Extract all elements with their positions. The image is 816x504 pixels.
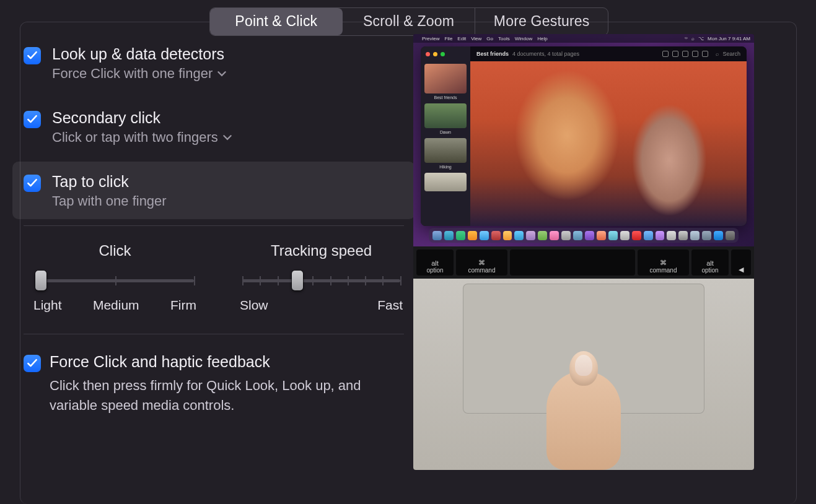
wifi-icon: ⌔	[685, 36, 688, 41]
force-click-title: Force Click and haptic feedback	[50, 353, 372, 371]
toolbar-icon	[702, 51, 708, 57]
secondary-subtitle: Click or tap with two fingers	[52, 129, 218, 146]
thumbnail	[424, 138, 467, 163]
preview-keyboard: altoption ⌘command ⌘command altoption ◀	[413, 246, 754, 279]
lookup-dropdown[interactable]: Force Click with one finger	[52, 66, 226, 82]
key-option: altoption	[691, 250, 729, 276]
secondary-text: Secondary click Click or tap with two fi…	[52, 109, 232, 146]
tab-more-gestures[interactable]: More Gestures	[475, 8, 608, 35]
toolbar-icon	[672, 51, 678, 57]
sliders-row: Click Light Medium Firm Tracking speed	[12, 226, 415, 318]
tap-text: Tap to click Tap with one finger	[52, 173, 167, 209]
tracking-slider[interactable]	[242, 271, 400, 290]
key-arrow-left: ◀	[731, 250, 751, 276]
tab-point-click[interactable]: Point & Click	[210, 8, 343, 35]
traffic-lights	[424, 50, 467, 60]
secondary-click-option-row[interactable]: Secondary click Click or tap with two fi…	[12, 98, 415, 155]
key-command: ⌘command	[638, 250, 689, 276]
secondary-title: Secondary click	[52, 109, 232, 127]
click-slider-col: Click Light Medium Firm	[33, 242, 196, 313]
preview-desktop: Preview File Edit View Go Tools Window H…	[413, 34, 754, 246]
checkmark-icon	[26, 113, 38, 126]
search-icon: ⌕	[691, 36, 695, 41]
tab-bar: Point & Click Scroll & Zoom More Gesture…	[209, 7, 608, 36]
tap-to-click-checkbox[interactable]	[24, 175, 41, 192]
tracking-slider-col: Tracking speed Slow Fast	[240, 242, 403, 313]
control-center-icon: ⌥	[698, 36, 704, 41]
preview-trackpad-area	[413, 279, 754, 470]
click-slider[interactable]	[36, 271, 194, 290]
click-slider-knob[interactable]	[35, 271, 46, 290]
lookup-subtitle: Force Click with one finger	[52, 66, 213, 82]
preview-dock	[429, 228, 739, 243]
tracking-slider-knob[interactable]	[292, 271, 303, 290]
preview-photo	[470, 61, 747, 226]
key-command: ⌘command	[456, 250, 507, 276]
search-icon: ⌕	[716, 51, 719, 57]
checkmark-icon	[26, 177, 38, 189]
key-space	[510, 250, 635, 276]
tap-subtitle: Tap with one finger	[52, 193, 167, 209]
preview-titlebar: Best friends 4 documents, 4 total pages …	[470, 46, 747, 61]
tab-scroll-zoom[interactable]: Scroll & Zoom	[343, 8, 475, 35]
preview-menubar: Preview File Edit View Go Tools Window H…	[413, 34, 754, 43]
force-click-row: Force Click and haptic feedback Click th…	[12, 334, 415, 415]
force-click-checkbox[interactable]	[24, 355, 41, 372]
checkmark-icon	[26, 50, 38, 62]
lookup-option-row[interactable]: Look up & data detectors Force Click wit…	[12, 34, 415, 92]
tracking-slider-title: Tracking speed	[240, 242, 403, 259]
checkmark-icon	[26, 357, 38, 370]
chevron-down-icon	[217, 69, 226, 78]
lookup-text: Look up & data detectors Force Click wit…	[52, 45, 226, 82]
lookup-title: Look up & data detectors	[52, 45, 226, 63]
preview-window: Best friends Dawn Hiking Best friends 4 …	[421, 46, 747, 226]
preview-finger	[522, 340, 646, 470]
tap-title: Tap to click	[52, 173, 167, 191]
secondary-dropdown[interactable]: Click or tap with two fingers	[52, 129, 232, 146]
toolbar-icon	[662, 51, 669, 57]
thumbnail	[424, 64, 467, 93]
thumbnail	[424, 173, 467, 191]
click-slider-labels: Light Medium Firm	[33, 298, 196, 313]
preview-main: Best friends 4 documents, 4 total pages …	[470, 46, 747, 226]
gesture-preview: Preview File Edit View Go Tools Window H…	[413, 34, 754, 470]
key-option: altoption	[416, 250, 454, 276]
tap-to-click-option-row[interactable]: Tap to click Tap with one finger	[12, 162, 415, 219]
toolbar-icon	[682, 51, 688, 57]
lookup-checkbox[interactable]	[24, 47, 41, 64]
chevron-down-icon	[223, 133, 232, 142]
secondary-click-checkbox[interactable]	[24, 111, 41, 128]
tracking-slider-labels: Slow Fast	[240, 298, 403, 313]
force-click-desc: Click then press firmly for Quick Look, …	[50, 376, 372, 415]
force-click-text: Force Click and haptic feedback Click th…	[50, 353, 372, 415]
thumbnail	[424, 103, 467, 128]
options-column: Look up & data detectors Force Click wit…	[12, 34, 415, 415]
preview-sidebar: Best friends Dawn Hiking	[421, 46, 470, 226]
click-slider-title: Click	[33, 242, 196, 259]
menubar-right: ⌔ ⌕ ⌥ Mon Jun 7 9:41 AM	[685, 36, 750, 41]
toolbar-icon	[692, 51, 698, 57]
